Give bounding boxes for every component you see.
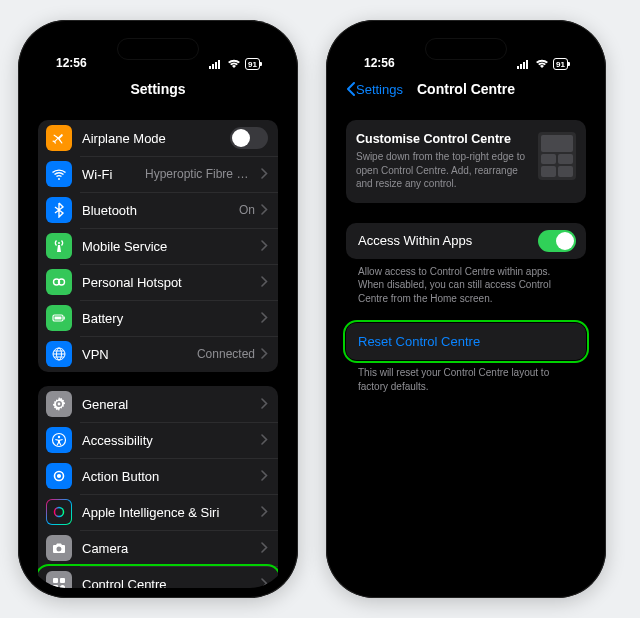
- row-camera[interactable]: Camera: [38, 530, 278, 566]
- svg-rect-27: [520, 64, 522, 69]
- signal-icon: [517, 59, 531, 69]
- control-centre-icon: [46, 571, 72, 588]
- gear-icon: [46, 391, 72, 417]
- reset-help-text: This will reset your Control Centre layo…: [346, 360, 586, 393]
- customise-title: Customise Control Centre: [356, 132, 528, 146]
- bluetooth-icon: [46, 197, 72, 223]
- dynamic-island: [117, 38, 199, 60]
- row-apple-intelligence-siri[interactable]: Apple Intelligence & Siri: [38, 494, 278, 530]
- chevron-right-icon: [261, 539, 268, 557]
- row-value: On: [239, 203, 255, 217]
- svg-rect-29: [526, 60, 528, 69]
- row-label: Wi-Fi: [82, 167, 145, 182]
- row-label: Control Centre: [82, 577, 261, 589]
- svg-rect-3: [218, 60, 220, 69]
- row-action-button[interactable]: Action Button: [38, 458, 278, 494]
- antenna-icon: [46, 233, 72, 259]
- row-label: Mobile Service: [82, 239, 261, 254]
- svg-point-15: [55, 508, 64, 517]
- row-label: Access Within Apps: [358, 233, 538, 248]
- wifi-icon: [227, 59, 241, 69]
- action-button-icon: [46, 463, 72, 489]
- camera-icon: [46, 535, 72, 561]
- dynamic-island: [425, 38, 507, 60]
- wifi-icon: [46, 161, 72, 187]
- row-airplane-mode[interactable]: Airplane Mode: [38, 120, 278, 156]
- settings-group-connectivity: Airplane Mode Wi-Fi Hyperoptic Fibre D82…: [38, 120, 278, 372]
- row-control-centre[interactable]: Control Centre: [38, 566, 278, 588]
- row-label: VPN: [82, 347, 197, 362]
- chevron-right-icon: [261, 309, 268, 327]
- svg-rect-17: [60, 578, 65, 583]
- chevron-right-icon: [261, 431, 268, 449]
- access-toggle[interactable]: [538, 230, 576, 252]
- svg-rect-28: [523, 62, 525, 69]
- chevron-left-icon: [346, 82, 355, 96]
- svg-point-12: [58, 436, 60, 438]
- svg-rect-18: [53, 585, 58, 588]
- access-help-text: Allow access to Control Centre within ap…: [346, 259, 586, 306]
- chevron-right-icon: [261, 345, 268, 363]
- customise-description: Swipe down from the top-right edge to op…: [356, 150, 528, 191]
- customise-panel[interactable]: Customise Control Centre Swipe down from…: [346, 120, 586, 203]
- siri-icon: [46, 499, 72, 525]
- row-value: Connected: [197, 347, 255, 361]
- row-vpn[interactable]: VPN Connected: [38, 336, 278, 372]
- row-label: Camera: [82, 541, 261, 556]
- chevron-right-icon: [261, 503, 268, 521]
- row-label: Personal Hotspot: [82, 275, 261, 290]
- battery-icon: 91: [553, 58, 568, 70]
- row-value: Hyperoptic Fibre D827: [145, 167, 255, 181]
- page-title: Control Centre: [417, 81, 515, 97]
- row-general[interactable]: General: [38, 386, 278, 422]
- status-time: 12:56: [364, 56, 395, 70]
- svg-rect-2: [215, 62, 217, 69]
- status-time: 12:56: [56, 56, 87, 70]
- chevron-right-icon: [261, 575, 268, 588]
- airplane-toggle[interactable]: [230, 127, 268, 149]
- chevron-right-icon: [261, 273, 268, 291]
- chevron-right-icon: [261, 201, 268, 219]
- settings-group-general: General Accessibility Action Button Appl…: [38, 386, 278, 588]
- chevron-right-icon: [261, 237, 268, 255]
- row-access-within-apps[interactable]: Access Within Apps: [346, 223, 586, 259]
- svg-rect-7: [55, 317, 62, 320]
- svg-rect-1: [212, 64, 214, 69]
- row-bluetooth[interactable]: Bluetooth On: [38, 192, 278, 228]
- row-label: General: [82, 397, 261, 412]
- row-label: Bluetooth: [82, 203, 239, 218]
- battery-icon: [46, 305, 72, 331]
- row-accessibility[interactable]: Accessibility: [38, 422, 278, 458]
- back-label: Settings: [356, 82, 403, 97]
- airplane-icon: [46, 125, 72, 151]
- control-centre-settings[interactable]: Customise Control Centre Swipe down from…: [336, 106, 596, 588]
- chevron-right-icon: [261, 395, 268, 413]
- battery-icon: 91: [245, 58, 260, 70]
- reset-group: Reset Control Centre: [346, 323, 586, 360]
- svg-rect-19: [60, 585, 65, 588]
- nav-bar: Settings Control Centre: [336, 72, 596, 106]
- control-centre-illustration: [538, 132, 576, 180]
- settings-list[interactable]: Airplane Mode Wi-Fi Hyperoptic Fibre D82…: [28, 106, 288, 588]
- row-label: Action Button: [82, 469, 261, 484]
- page-title: Settings: [130, 81, 185, 97]
- row-label: Accessibility: [82, 433, 261, 448]
- reset-control-centre-button[interactable]: Reset Control Centre: [346, 323, 586, 360]
- globe-icon: [46, 341, 72, 367]
- row-mobile-service[interactable]: Mobile Service: [38, 228, 278, 264]
- chevron-right-icon: [261, 467, 268, 485]
- row-label: Battery: [82, 311, 261, 326]
- svg-point-14: [58, 475, 61, 478]
- row-personal-hotspot[interactable]: Personal Hotspot: [38, 264, 278, 300]
- nav-bar: Settings: [28, 72, 288, 106]
- hotspot-icon: [46, 269, 72, 295]
- signal-icon: [209, 59, 223, 69]
- accessibility-icon: [46, 427, 72, 453]
- back-button[interactable]: Settings: [346, 82, 403, 97]
- row-wifi[interactable]: Wi-Fi Hyperoptic Fibre D827: [38, 156, 278, 192]
- svg-rect-0: [209, 66, 211, 69]
- row-label: Apple Intelligence & Siri: [82, 505, 261, 520]
- chevron-right-icon: [261, 165, 268, 183]
- phone-settings: 12:56 91 Settings Airplane Mode Wi-Fi: [18, 20, 298, 598]
- row-battery[interactable]: Battery: [38, 300, 278, 336]
